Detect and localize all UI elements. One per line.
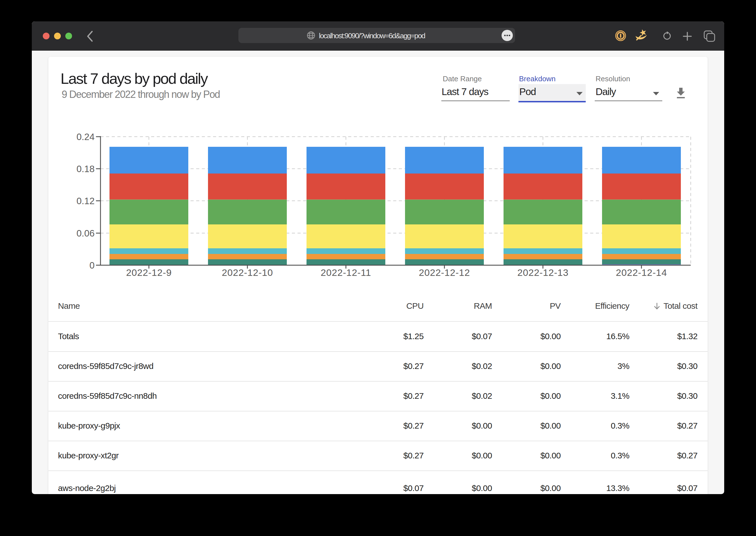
svg-text:0.06: 0.06	[77, 228, 94, 239]
svg-text:2022-12-13: 2022-12-13	[517, 267, 568, 278]
svg-text:2022-12-9: 2022-12-9	[126, 267, 172, 278]
svg-text:0: 0	[90, 260, 94, 271]
svg-text:0.12: 0.12	[77, 196, 94, 206]
svg-text:2022-12-14: 2022-12-14	[616, 267, 667, 278]
svg-text:2022-12-10: 2022-12-10	[222, 267, 273, 278]
svg-text:0.18: 0.18	[77, 164, 94, 174]
svg-text:0.24: 0.24	[77, 132, 94, 142]
svg-text:2022-12-11: 2022-12-11	[321, 267, 371, 278]
svg-text:2022-12-12: 2022-12-12	[419, 267, 470, 278]
